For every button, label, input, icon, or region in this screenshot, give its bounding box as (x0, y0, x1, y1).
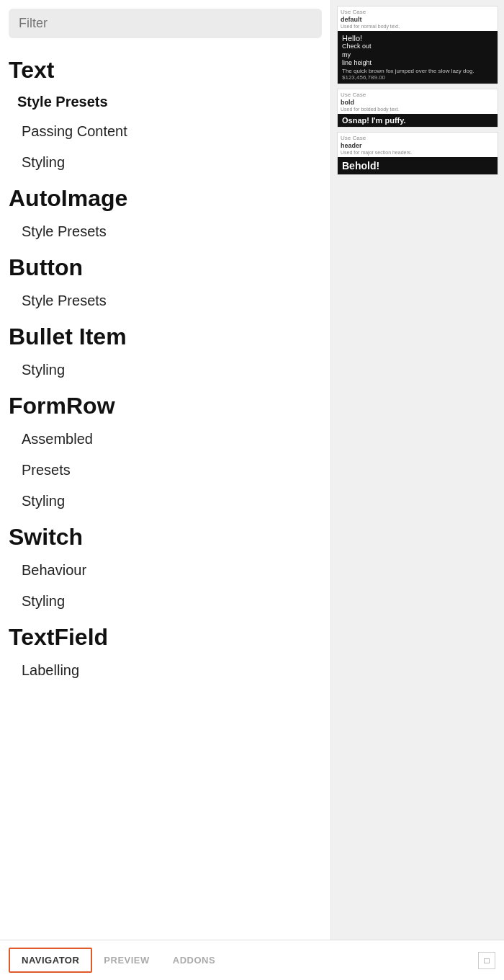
nav-item-passing-content[interactable]: Passing Content (0, 116, 330, 147)
nav-item-styling-bulletitem[interactable]: Styling (0, 355, 330, 386)
section-autoimage: AutoImage Style Presets (0, 178, 330, 247)
use-case-label-header: Use Case (338, 133, 498, 142)
section-formrow: FormRow Assembled Presets Styling (0, 386, 330, 517)
use-case-desc-bold: Used for bolded body text. (338, 107, 498, 114)
nav-item-styling-formrow[interactable]: Styling (0, 486, 330, 517)
use-case-label-bold: Use Case (338, 89, 498, 99)
preview-spacer (337, 179, 498, 237)
filter-container (0, 9, 330, 50)
section-header-formrow: FormRow (0, 386, 330, 424)
demo-money: $123,456,789.00 (342, 74, 493, 81)
use-case-desc-header: Used for major section headers. (338, 150, 498, 157)
right-panel: Use Case default Used for normal body te… (331, 0, 504, 940)
nav-item-styling-switch[interactable]: Styling (0, 586, 330, 617)
demo-hello: Hello! (342, 34, 493, 43)
demo-multiline: Check outmyline height (342, 43, 493, 68)
expand-icon-button[interactable]: □ (478, 952, 495, 969)
preview-card-bold: Use Case bold Used for bolded body text.… (337, 89, 498, 128)
use-case-name-bold: bold (338, 99, 498, 107)
tab-navigator[interactable]: NAVIGATOR (9, 948, 92, 973)
section-header-textfield: TextField (0, 617, 330, 655)
nav-item-labelling[interactable]: Labelling (0, 655, 330, 686)
filter-input[interactable] (9, 9, 322, 38)
nav-item-style-presets-autoimage[interactable]: Style Presets (0, 216, 330, 247)
section-header-bulletitem: Bullet Item (0, 316, 330, 355)
nav-item-style-presets-button[interactable]: Style Presets (0, 285, 330, 316)
preview-card-default: Use Case default Used for normal body te… (337, 6, 498, 84)
use-case-name-default: default (338, 16, 498, 24)
section-bulletitem: Bullet Item Styling (0, 316, 330, 386)
tab-addons[interactable]: ADDONS (161, 949, 227, 971)
section-header-switch: Switch (0, 517, 330, 555)
preview-demo-bold: Osnap! I'm puffy. (338, 114, 498, 127)
tab-preview[interactable]: PREVIEW (92, 949, 161, 971)
nav-item-behaviour[interactable]: Behaviour (0, 555, 330, 586)
preview-card-header: Use Case header Used for major section h… (337, 132, 498, 175)
nav-item-styling-text[interactable]: Styling (0, 147, 330, 178)
preview-demo-header: Behold! (338, 157, 498, 174)
use-case-name-header: header (338, 142, 498, 150)
section-header-text: Text (0, 50, 330, 88)
nav-item-presets[interactable]: Presets (0, 455, 330, 486)
nav-item-assembled[interactable]: Assembled (0, 424, 330, 455)
left-panel: Text Style Presets Passing Content Styli… (0, 0, 331, 940)
section-header-button: Button (0, 247, 330, 285)
preview-demo-default: Hello! Check outmyline height The quick … (338, 31, 498, 84)
use-case-desc-default: Used for normal body text. (338, 24, 498, 31)
section-button: Button Style Presets (0, 247, 330, 316)
subheader-style-presets-text: Style Presets (0, 88, 330, 116)
expand-icon: □ (484, 956, 489, 966)
use-case-label-default: Use Case (338, 6, 498, 16)
section-header-autoimage: AutoImage (0, 178, 330, 216)
demo-body-text: The quick brown fox jumped over the slow… (342, 68, 493, 74)
section-textfield: TextField Labelling (0, 617, 330, 686)
bottom-tab-bar: NAVIGATOR PREVIEW ADDONS □ (0, 940, 504, 980)
section-text: Text Style Presets Passing Content Styli… (0, 50, 330, 178)
section-switch: Switch Behaviour Styling (0, 517, 330, 617)
